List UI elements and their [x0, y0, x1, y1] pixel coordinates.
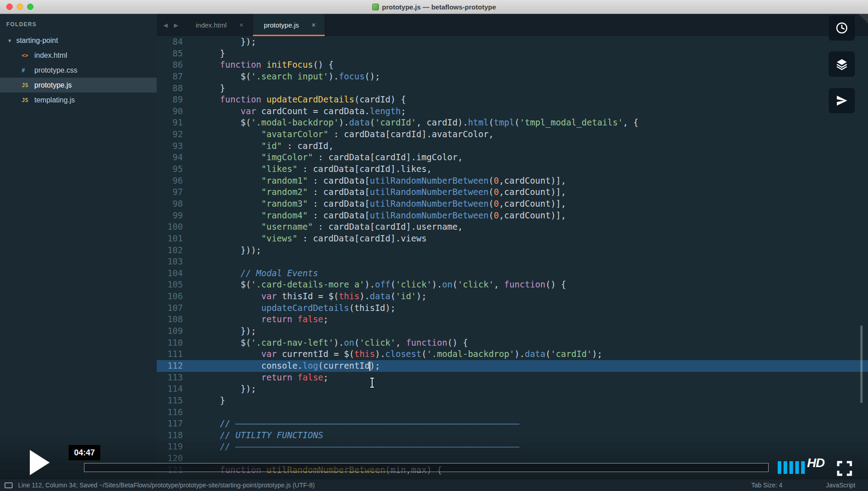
play-button[interactable] [30, 450, 50, 475]
code-line-100[interactable]: 100 "username" : cardData[cardId].userna… [157, 221, 868, 233]
line-number: 89 [157, 94, 183, 106]
minimize-window-button[interactable] [17, 4, 23, 10]
line-number: 97 [157, 186, 183, 198]
line-source: }); [220, 384, 256, 394]
code-line-110[interactable]: 110 $('.card-nav-left').on('click', func… [157, 337, 868, 349]
tab-prototype.js[interactable]: prototype.js× [253, 14, 325, 36]
code-line-113[interactable]: 113 return false; [157, 372, 868, 384]
code-line-115[interactable]: 115} [157, 395, 868, 407]
line-number: 103 [157, 256, 183, 268]
code-line-103[interactable]: 103 [157, 256, 868, 268]
code-line-86[interactable]: 86function initFocus() { [157, 59, 868, 71]
line-source: "avatarColor" : cardData[cardId].avatarC… [220, 129, 494, 139]
volume-indicator[interactable] [778, 461, 805, 474]
code-line-112[interactable]: 112 console.log(currentId); [157, 360, 868, 372]
sidebar-item-templating.js[interactable]: JStemplating.js [0, 93, 157, 107]
collections-button[interactable] [829, 51, 855, 77]
js-file-icon: JS [22, 82, 34, 88]
line-number: 100 [157, 221, 183, 233]
app-window: prototype.js — betaflows-prototype FOLDE… [0, 0, 868, 491]
code-line-109[interactable]: 109 }); [157, 325, 868, 337]
line-number: 116 [157, 407, 183, 418]
code-line-98[interactable]: 98 "random3" : cardData[utilRandomNumber… [157, 198, 868, 210]
code-line-88[interactable]: 88} [157, 83, 868, 94]
code-line-101[interactable]: 101 "views" : cardData[cardId].views [157, 233, 868, 245]
code-line-91[interactable]: 91 $('.modal-backdrop').data('cardId', c… [157, 117, 868, 129]
line-source: "username" : cardData[cardId].username, [220, 222, 463, 232]
tab-index.html[interactable]: index.html× [185, 14, 253, 36]
line-source: "views" : cardData[cardId].views [220, 233, 427, 243]
code-line-87[interactable]: 87 $('.search input').focus(); [157, 71, 868, 83]
code-line-102[interactable]: 102 })); [157, 245, 868, 256]
sidebar-item-prototype.js[interactable]: JSprototype.js [0, 78, 157, 93]
seek-bar[interactable] [84, 463, 769, 472]
code-line-84[interactable]: 84 }); [157, 36, 868, 48]
code-line-89[interactable]: 89function updateCardDetails(cardId) { [157, 94, 868, 106]
code-line-96[interactable]: 96 "random1" : cardData[utilRandomNumber… [157, 175, 868, 187]
tab-label: index.html [196, 21, 226, 29]
tab-label: prototype.js [264, 21, 299, 29]
document-type-icon [372, 4, 379, 10]
code-editor[interactable]: 84 });85}86function initFocus() {87 $('.… [157, 36, 868, 479]
line-number: 108 [157, 314, 183, 325]
code-line-111[interactable]: 111 var currentId = $(this).closest('.mo… [157, 348, 868, 360]
fullscreen-button[interactable] [836, 460, 853, 477]
history-forward-icon[interactable]: ▶ [174, 22, 178, 28]
status-syntax[interactable]: JavaScript [826, 482, 855, 489]
editor-scrollbar-thumb[interactable] [860, 325, 863, 403]
folder-disclosure-icon[interactable]: ▼ [7, 38, 12, 43]
code-line-106[interactable]: 106 var thisId = $(this).data('id'); [157, 291, 868, 302]
paper-plane-icon [835, 94, 848, 107]
line-number: 92 [157, 129, 183, 140]
code-line-108[interactable]: 108 return false; [157, 314, 868, 325]
line-source: return false; [220, 372, 328, 382]
code-line-95[interactable]: 95 "likes" : cardData[cardId].likes, [157, 163, 868, 175]
sidebar-item-index.html[interactable]: <>index.html [0, 48, 157, 63]
tab-close-icon[interactable]: × [312, 21, 316, 29]
code-line-97[interactable]: 97 "random2" : cardData[utilRandomNumber… [157, 186, 868, 198]
line-source: var thisId = $(this).data('id'); [220, 291, 427, 301]
code-line-120[interactable]: 120 [157, 453, 868, 464]
code-line-104[interactable]: 104 // Modal Events [157, 268, 868, 279]
line-number: 88 [157, 83, 183, 94]
code-line-105[interactable]: 105 $('.card-details-more a').off('click… [157, 279, 868, 291]
code-line-90[interactable]: 90 var cardCount = cardData.length; [157, 106, 868, 117]
line-source: $('.search input').focus(); [220, 71, 380, 81]
code-line-107[interactable]: 107 updateCardDetails(thisId); [157, 302, 868, 314]
sidebar-item-prototype.css[interactable]: #prototype.css [0, 63, 157, 78]
css-file-icon: # [22, 67, 34, 74]
line-number: 86 [157, 59, 183, 71]
fullscreen-icon [836, 460, 853, 477]
code-line-85[interactable]: 85} [157, 48, 868, 60]
status-panel-icon[interactable] [5, 482, 13, 488]
code-line-93[interactable]: 93 "id" : cardId, [157, 140, 868, 152]
code-line-117[interactable]: 117// ——————————————————————————————————… [157, 418, 868, 430]
volume-bar [789, 461, 793, 474]
line-source: // —————————————————————————————————————… [220, 418, 519, 428]
code-line-99[interactable]: 99 "random4" : cardData[utilRandomNumber… [157, 210, 868, 222]
line-number: 94 [157, 152, 183, 163]
sidebar: FOLDERS ▼ starting-point <>index.html#pr… [0, 14, 157, 479]
status-right-group: Tab Size: 4 JavaScript [751, 482, 855, 489]
code-line-116[interactable]: 116 [157, 407, 868, 418]
line-number: 119 [157, 441, 183, 453]
sidebar-header: FOLDERS [6, 21, 157, 28]
code-line-118[interactable]: 118// UTILITY FUNCTIONS [157, 430, 868, 441]
tab-close-icon[interactable]: × [239, 21, 243, 29]
line-number: 107 [157, 302, 183, 314]
status-tab-size[interactable]: Tab Size: 4 [751, 482, 782, 489]
watch-later-button[interactable] [829, 15, 855, 41]
line-number: 105 [157, 279, 183, 291]
line-source: $('.modal-backdrop').data('cardId', card… [220, 117, 639, 127]
share-button[interactable] [829, 88, 855, 113]
hd-badge[interactable]: HD [807, 456, 824, 470]
history-back-icon[interactable]: ◀ [163, 22, 168, 28]
sidebar-folder-starting-point[interactable]: ▼ starting-point [0, 33, 157, 48]
code-line-92[interactable]: 92 "avatarColor" : cardData[cardId].avat… [157, 129, 868, 140]
code-line-114[interactable]: 114 }); [157, 383, 868, 395]
code-line-119[interactable]: 119// ——————————————————————————————————… [157, 441, 868, 453]
code-line-94[interactable]: 94 "imgColor" : cardData[cardId].imgColo… [157, 152, 868, 163]
line-source: function updateCardDetails(cardId) { [220, 94, 406, 104]
close-window-button[interactable] [6, 4, 13, 10]
zoom-window-button[interactable] [27, 4, 33, 10]
